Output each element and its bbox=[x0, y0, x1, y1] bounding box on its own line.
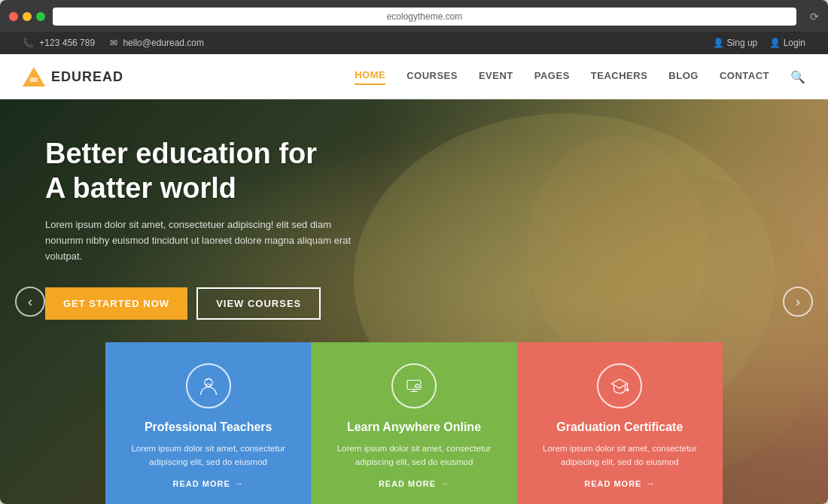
hero-content: Better education for A batter world Lore… bbox=[0, 99, 467, 342]
teachers-icon bbox=[186, 363, 231, 408]
graduation-icon bbox=[597, 363, 642, 408]
search-icon[interactable]: 🔍 bbox=[790, 70, 805, 84]
signup-link[interactable]: 👤 Sing up bbox=[713, 38, 757, 48]
nav-item-contact[interactable]: CONTACT bbox=[720, 70, 769, 84]
email-icon: ✉ bbox=[110, 38, 117, 48]
graduation-card-title: Graduation Certificate bbox=[535, 421, 705, 434]
url-text: ecologytheme.com bbox=[387, 11, 463, 22]
graduation-card-text: Lorem ipsum dolor sit amet, consectetur … bbox=[535, 442, 705, 469]
feature-card-graduation: Graduation Certificate Lorem ipsum dolor… bbox=[517, 342, 723, 504]
hero-buttons: GET STARTED NOW VIEW COURSES bbox=[45, 287, 422, 320]
feature-cards: Professional Teachers Lorem ipsum dolor … bbox=[105, 342, 723, 504]
online-icon bbox=[391, 363, 437, 408]
logo-text: EDUREAD bbox=[51, 69, 123, 85]
dot-green[interactable] bbox=[36, 12, 45, 21]
svg-marker-0 bbox=[23, 67, 45, 87]
logo[interactable]: EDUREAD bbox=[23, 67, 123, 87]
online-read-more[interactable]: READ MORE → bbox=[329, 479, 498, 488]
navbar: EDUREAD HOME COURSES EVENT PAGES TEACHER… bbox=[0, 54, 828, 99]
svg-rect-7 bbox=[206, 384, 211, 386]
teachers-card-title: Professional Teachers bbox=[123, 421, 293, 434]
refresh-button[interactable]: ⟳ bbox=[810, 11, 819, 23]
address-bar[interactable]: ecologytheme.com bbox=[53, 8, 796, 26]
top-bar-left: 📞 +123 456 789 ✉ hello@eduread.com bbox=[23, 38, 204, 48]
dot-yellow[interactable] bbox=[23, 12, 32, 21]
online-card-text: Lorem ipsum dolor sit amet, consectetur … bbox=[329, 442, 498, 469]
view-courses-button[interactable]: VIEW COURSES bbox=[196, 287, 321, 320]
svg-point-15 bbox=[626, 388, 629, 390]
nav-item-courses[interactable]: COURSES bbox=[406, 70, 458, 84]
phone-info: 📞 +123 456 789 bbox=[23, 38, 95, 48]
feature-card-online: Learn Anywhere Online Lorem ipsum dolor … bbox=[311, 342, 516, 504]
teachers-read-more[interactable]: READ MORE → bbox=[123, 479, 293, 488]
email-address: hello@eduread.com bbox=[123, 38, 204, 48]
hero-title: Better education for A batter world bbox=[45, 137, 422, 205]
get-started-button[interactable]: GET STARTED NOW bbox=[45, 287, 187, 320]
nav-item-pages[interactable]: PAGES bbox=[534, 70, 570, 84]
carousel-prev-button[interactable]: ‹ bbox=[15, 287, 45, 317]
login-icon: 👤 bbox=[769, 38, 781, 48]
email-info: ✉ hello@eduread.com bbox=[110, 38, 204, 48]
nav-item-home[interactable]: HOME bbox=[355, 69, 385, 85]
nav-item-teachers[interactable]: TEACHERS bbox=[591, 70, 648, 84]
top-bar-right: 👤 Sing up 👤 Login bbox=[713, 38, 805, 48]
nav-item-blog[interactable]: BLOG bbox=[668, 70, 699, 84]
nav-links: HOME COURSES EVENT PAGES TEACHERS BLOG C… bbox=[355, 69, 805, 85]
hero-subtitle: Lorem ipsum dolor sit amet, consectetuer… bbox=[45, 217, 361, 264]
graduation-read-more[interactable]: READ MORE → bbox=[535, 479, 705, 488]
logo-icon bbox=[23, 67, 45, 87]
svg-rect-1 bbox=[30, 77, 38, 82]
online-card-title: Learn Anywhere Online bbox=[329, 421, 498, 434]
browser-window: ecologytheme.com ⟳ 📞 +123 456 789 ✉ hell… bbox=[0, 0, 828, 504]
page-content: 📞 +123 456 789 ✉ hello@eduread.com 👤 Sin… bbox=[0, 32, 828, 504]
top-bar: 📞 +123 456 789 ✉ hello@eduread.com 👤 Sin… bbox=[0, 32, 828, 54]
signup-icon: 👤 bbox=[713, 38, 724, 48]
login-link[interactable]: 👤 Login bbox=[769, 38, 805, 48]
teachers-card-text: Lorem ipsum dolor sit amet, consectetur … bbox=[123, 442, 293, 469]
browser-dots bbox=[9, 12, 45, 21]
carousel-next-button[interactable]: › bbox=[783, 287, 813, 317]
phone-number: +123 456 789 bbox=[39, 38, 95, 48]
nav-item-event[interactable]: EVENT bbox=[479, 70, 513, 84]
feature-card-teachers: Professional Teachers Lorem ipsum dolor … bbox=[105, 342, 311, 504]
browser-chrome: ecologytheme.com ⟳ bbox=[0, 0, 828, 32]
svg-point-5 bbox=[527, 136, 708, 362]
dot-red[interactable] bbox=[9, 12, 18, 21]
phone-icon: 📞 bbox=[23, 38, 34, 48]
hero-section: ‹ › Better education for A batter world … bbox=[0, 99, 828, 504]
